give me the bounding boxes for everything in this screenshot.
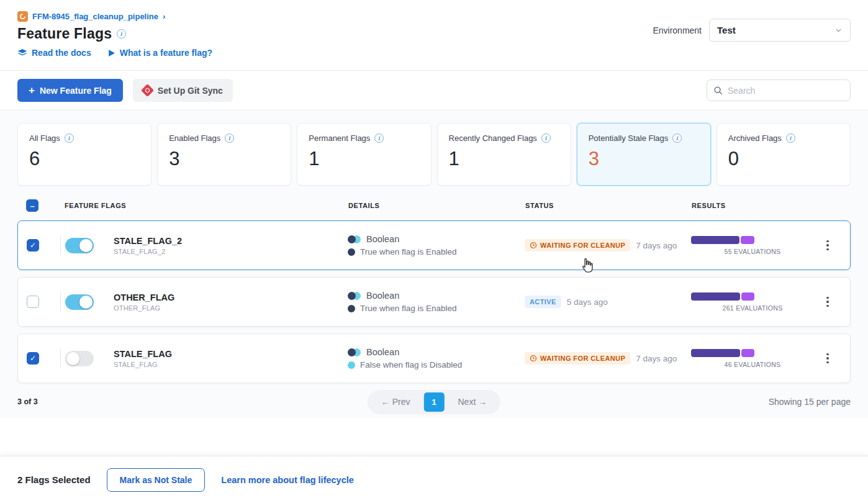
metric-card-all-flags[interactable]: All Flagsi 6	[17, 123, 151, 186]
flag-name: OTHER_FLAG	[114, 292, 348, 302]
flag-id: STALE_FLAG	[114, 361, 348, 368]
environment-label: Environment	[653, 25, 702, 35]
toolbar: + New Feature Flag Set Up Git Sync	[0, 71, 868, 111]
variation-dot	[348, 361, 355, 369]
select-all-checkbox[interactable]	[26, 199, 38, 212]
info-icon[interactable]: i	[374, 134, 384, 143]
info-icon[interactable]: i	[672, 134, 682, 143]
selection-action-bar: 2 Flags Selected Mark as Not Stale Learn…	[0, 456, 868, 503]
variation-dot	[348, 248, 355, 256]
mark-not-stale-button[interactable]: Mark as Not Stale	[107, 468, 206, 492]
status-time: 5 days ago	[567, 297, 608, 307]
status-time: 7 days ago	[636, 241, 677, 250]
metric-card-recently-changed-flags[interactable]: Recently Changed Flagsi 1	[437, 123, 571, 186]
metric-card-archived-flags[interactable]: Archived Flagsi 0	[717, 123, 851, 186]
showing-per-page: Showing 15 per page	[769, 397, 851, 407]
flag-name: STALE_FLAG	[114, 349, 348, 359]
search-input[interactable]	[728, 86, 844, 96]
git-sync-icon	[141, 84, 154, 97]
new-feature-flag-button[interactable]: + New Feature Flag	[17, 79, 123, 102]
play-icon	[107, 49, 115, 57]
info-icon[interactable]: i	[117, 29, 126, 39]
flag-type: Boolean	[366, 291, 399, 301]
row-options-menu[interactable]	[814, 293, 841, 311]
metrics-row: All Flagsi 6 Enabled Flagsi 3 Permanent …	[17, 123, 851, 186]
environment-select[interactable]: Test	[709, 19, 851, 42]
page-title: Feature Flags	[17, 25, 112, 42]
row-count: 3 of 3	[17, 397, 38, 406]
table-row[interactable]: STALE_FLAG_2 STALE_FLAG_2 Boolean True w…	[17, 220, 851, 270]
metric-value: 6	[29, 148, 140, 170]
evaluations-label: 55 EVALUATIONS	[725, 248, 781, 255]
what-is-flag-link[interactable]: What is a feature flag?	[107, 48, 212, 58]
evaluations-bar	[691, 236, 754, 244]
clock-icon	[530, 355, 537, 362]
chevron-right-icon: ›	[163, 12, 165, 21]
breadcrumb-link[interactable]: FFM-8945_flag_cleanup_pipeline	[32, 12, 158, 21]
divider	[60, 236, 61, 255]
table-row[interactable]: STALE_FLAG STALE_FLAG Boolean False when…	[17, 333, 851, 383]
status-time: 7 days ago	[636, 354, 677, 363]
docs-icon	[17, 48, 27, 58]
column-header-status: STATUS	[525, 202, 692, 209]
main-content: All Flagsi 6 Enabled Flagsi 3 Permanent …	[0, 111, 868, 418]
set-up-git-sync-button[interactable]: Set Up Git Sync	[133, 79, 233, 102]
read-docs-link[interactable]: Read the docs	[17, 48, 91, 58]
column-header-feature-flags: FEATURE FLAGS	[65, 202, 348, 209]
info-icon[interactable]: i	[541, 134, 551, 143]
flag-toggle[interactable]	[65, 238, 94, 253]
clock-icon	[530, 242, 537, 249]
prev-page-button[interactable]: ← Prev	[370, 393, 422, 410]
flag-id: STALE_FLAG_2	[114, 248, 348, 255]
flag-name: STALE_FLAG_2	[114, 236, 348, 246]
environment-value: Test	[717, 25, 736, 35]
row-options-menu[interactable]	[814, 350, 841, 368]
divider	[60, 292, 61, 311]
page-1-button[interactable]: 1	[424, 392, 445, 412]
info-icon[interactable]: i	[225, 134, 234, 143]
table-row[interactable]: OTHER_FLAG OTHER_FLAG Boolean True when …	[17, 277, 851, 327]
metric-value: 0	[728, 148, 839, 170]
next-page-button[interactable]: Next →	[447, 393, 499, 410]
page-header: FFM-8945_flag_cleanup_pipeline › Feature…	[0, 0, 868, 71]
project-icon	[17, 11, 28, 22]
info-icon[interactable]: i	[65, 134, 74, 143]
row-checkbox[interactable]	[27, 352, 39, 365]
flag-lifecycle-link[interactable]: Learn more about flag lifecycle	[221, 475, 354, 485]
info-icon[interactable]: i	[786, 134, 795, 143]
flag-id: OTHER_FLAG	[114, 304, 348, 312]
row-options-menu[interactable]	[814, 237, 841, 255]
metric-card-potentially-stale-flags[interactable]: Potentially Stale Flagsi 3	[577, 123, 711, 186]
flag-toggle[interactable]	[65, 351, 94, 366]
pagination: 3 of 3 ← Prev 1 Next → Showing 15 per pa…	[17, 392, 851, 418]
table-header: FEATURE FLAGS DETAILS STATUS RESULTS	[17, 186, 851, 220]
metric-value: 1	[309, 148, 419, 170]
boolean-type-icon	[348, 292, 361, 300]
evaluations-bar	[691, 349, 754, 357]
flag-type: Boolean	[366, 234, 399, 244]
row-checkbox[interactable]	[27, 296, 39, 308]
column-header-details: DETAILS	[348, 202, 525, 209]
metric-card-enabled-flags[interactable]: Enabled Flagsi 3	[157, 123, 291, 186]
search-icon	[713, 86, 723, 95]
evaluations-bar	[691, 292, 754, 301]
variation-dot	[348, 305, 355, 312]
variation-text: False when flag is Disabled	[360, 360, 462, 369]
boolean-type-icon	[348, 348, 361, 356]
evaluations-label: 261 EVALUATIONS	[723, 304, 783, 312]
column-header-results: RESULTS	[692, 202, 815, 209]
selected-count: 2 Flags Selected	[17, 474, 91, 485]
metric-card-permanent-flags[interactable]: Permanent Flagsi 1	[297, 123, 431, 186]
boolean-type-icon	[348, 235, 361, 243]
flag-toggle[interactable]	[65, 294, 94, 310]
row-checkbox[interactable]	[27, 239, 39, 252]
metric-value: 3	[169, 148, 279, 170]
variation-text: True when flag is Enabled	[360, 304, 457, 313]
status-badge: WAITING FOR CLEANUP	[525, 239, 630, 252]
status-badge: ACTIVE	[525, 296, 561, 308]
divider	[60, 349, 61, 368]
plus-icon: +	[29, 84, 35, 97]
search-box	[707, 79, 851, 101]
evaluations-label: 46 EVALUATIONS	[725, 361, 781, 368]
variation-text: True when flag is Enabled	[360, 247, 457, 256]
